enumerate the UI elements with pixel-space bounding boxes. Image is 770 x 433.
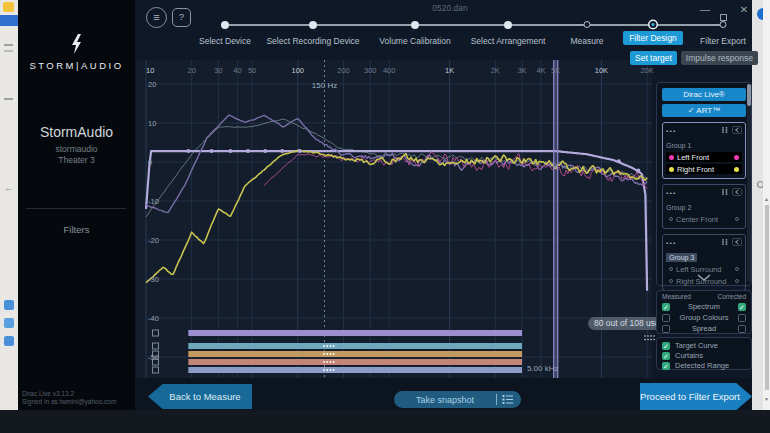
group-visibility-icon[interactable] xyxy=(732,238,742,246)
corrected-checkbox[interactable] xyxy=(738,325,746,333)
group-visibility-icon[interactable] xyxy=(732,126,742,134)
signed-in-account: Signed in as twmini@yahoo.com xyxy=(22,398,116,405)
screen: ← ▲ ▼ 150 Hz5.00 kHz10203040501002003004… xyxy=(0,0,770,433)
group-menu-button[interactable]: ... xyxy=(666,189,718,194)
measured-checkbox[interactable] xyxy=(662,314,670,322)
corrected-checkbox[interactable]: ✓ xyxy=(738,303,746,311)
background-window-left[interactable]: ← xyxy=(0,0,18,410)
channel-color-dot xyxy=(734,167,739,172)
scrollbar-thumb[interactable] xyxy=(765,205,769,390)
toggle-label: Group Colours xyxy=(670,313,738,322)
device-title: StormAudio xyxy=(18,124,135,140)
background-detail xyxy=(4,300,14,310)
take-snapshot-button[interactable]: Take snapshot xyxy=(394,391,521,408)
view-toggle-row: ✓Spectrum✓ xyxy=(662,301,746,312)
background-detail xyxy=(4,44,13,46)
group-card[interactable]: ...Group 3Left SurroundRight Surround xyxy=(662,234,746,291)
option-label: Detected Range xyxy=(675,361,729,370)
scroll-up-icon[interactable]: ▲ xyxy=(764,196,769,202)
group-visibility-icon[interactable] xyxy=(732,188,742,196)
dirac-live-button[interactable]: Dirac Live® xyxy=(662,88,746,101)
channel-row[interactable]: Left Front xyxy=(666,152,742,162)
measured-checkbox[interactable] xyxy=(662,325,670,333)
toggle-rows: ✓Spectrum✓Group ColoursSpread xyxy=(662,301,746,334)
option-checkbox[interactable]: ✓ xyxy=(662,352,670,360)
step-dot xyxy=(584,21,591,28)
background-detail xyxy=(4,336,14,346)
measured-header: Measured xyxy=(662,293,691,300)
chevron-down-icon xyxy=(696,273,712,282)
sidebar-divider xyxy=(26,208,126,209)
channel-color-dot xyxy=(669,217,673,221)
channel-label: Right Front xyxy=(677,165,714,174)
channel-groups-panel: Dirac Live® ✓ ART™ ...Group 1Left FrontR… xyxy=(656,82,752,286)
display-option-row: ✓Target Curve xyxy=(662,341,746,350)
theater-name: Theater 3 xyxy=(18,155,135,165)
step-dot xyxy=(309,21,317,29)
minimize-button[interactable]: — xyxy=(697,4,713,15)
background-detail xyxy=(4,98,13,100)
channel-row[interactable]: Right Front xyxy=(666,164,742,174)
view-toggles-panel: Measured Corrected ✓Spectrum✓Group Colou… xyxy=(656,290,752,334)
group-speakers-icon[interactable] xyxy=(721,126,729,134)
channel-color-dot xyxy=(735,217,739,221)
group-menu-button[interactable]: ... xyxy=(666,239,718,244)
group-card[interactable]: ...Group 1Left FrontRight Front xyxy=(662,122,746,179)
back-arrow-icon: ← xyxy=(4,183,13,193)
display-option-row: ✓Curtains xyxy=(662,351,746,360)
corrected-header: Corrected xyxy=(717,293,746,300)
menu-button[interactable]: ≡ xyxy=(146,7,167,28)
group-speakers-icon[interactable] xyxy=(721,188,729,196)
option-label: Target Curve xyxy=(675,341,718,350)
sidebar-item-filters[interactable]: Filters xyxy=(18,224,135,235)
step-dot xyxy=(221,21,229,29)
measured-checkbox[interactable]: ✓ xyxy=(662,303,670,311)
tab-set-target[interactable]: Set target xyxy=(630,51,677,65)
window-title: 0520.dan xyxy=(400,3,500,13)
sidebar: STORM|AUDIO StormAudio stormaudio Theate… xyxy=(18,0,135,410)
check-icon: ✓ xyxy=(688,106,695,115)
step-dot xyxy=(650,21,657,28)
background-selected-item xyxy=(0,15,18,26)
group-card[interactable]: ...Group 2Center Front xyxy=(662,184,746,229)
display-options-panel: ✓Target Curve✓Curtains✓Detected Range xyxy=(656,337,752,370)
corrected-checkbox[interactable] xyxy=(738,314,746,322)
art-button[interactable]: ✓ ART™ xyxy=(662,104,746,117)
step-filter-export[interactable]: Filter Export xyxy=(668,16,770,50)
chart-plot-background xyxy=(136,60,652,378)
background-detail xyxy=(4,318,14,328)
group-name: Group 1 xyxy=(666,142,691,149)
back-to-measure-button[interactable]: Back to Measure xyxy=(148,384,252,409)
channel-label: Center Front xyxy=(676,215,718,224)
option-checkbox[interactable]: ✓ xyxy=(662,362,670,370)
background-app-icon xyxy=(3,2,14,12)
toggle-label: Spread xyxy=(670,324,738,333)
step-dot xyxy=(720,21,727,28)
group-speakers-icon[interactable] xyxy=(721,238,729,246)
drag-grip-icon[interactable] xyxy=(643,334,655,342)
step-dot xyxy=(504,21,512,29)
proceed-to-filter-export-button[interactable]: Proceed to Filter Export xyxy=(640,383,752,410)
channel-color-dot xyxy=(735,267,739,271)
group-menu-button[interactable]: ... xyxy=(666,127,718,132)
option-label: Curtains xyxy=(675,351,703,360)
option-checkbox[interactable]: ✓ xyxy=(662,342,670,350)
hamburger-icon: ≡ xyxy=(153,11,159,23)
expand-groups-button[interactable] xyxy=(688,268,720,280)
scroll-down-icon[interactable]: ▼ xyxy=(764,396,769,402)
step-select-recording-device[interactable]: Select Recording Device xyxy=(258,16,368,50)
groups-scrollbar-thumb[interactable] xyxy=(747,84,751,106)
toggle-label: Spectrum xyxy=(670,302,738,311)
lightning-bolt-icon xyxy=(70,34,83,54)
groups-scrollbar-track[interactable] xyxy=(747,84,751,282)
app-version: Dirac Live v3.13.2 xyxy=(22,390,74,397)
display-option-row: ✓Detected Range xyxy=(662,361,746,370)
tab-impulse-response[interactable]: Impulse response xyxy=(681,51,758,65)
close-button[interactable]: ✕ xyxy=(736,4,752,15)
snapshot-list-icon xyxy=(501,394,517,405)
step-dot xyxy=(411,21,419,29)
group-name: Group 3 xyxy=(666,253,697,262)
channel-color-dot xyxy=(669,279,673,283)
background-detail xyxy=(4,50,13,52)
channel-row[interactable]: Center Front xyxy=(666,214,742,224)
